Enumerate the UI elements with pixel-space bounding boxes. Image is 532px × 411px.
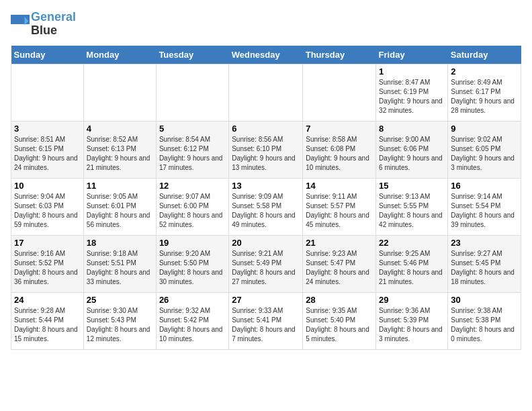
day-info: Sunrise: 8:52 AM Sunset: 6:13 PM Dayligh… <box>87 135 153 173</box>
day-info: Sunrise: 9:21 AM Sunset: 5:49 PM Dayligh… <box>232 249 300 287</box>
day-info: Sunrise: 8:56 AM Sunset: 6:10 PM Dayligh… <box>232 135 300 173</box>
calendar-cell <box>11 64 84 121</box>
day-number: 24 <box>14 295 81 305</box>
day-info: Sunrise: 9:33 AM Sunset: 5:41 PM Dayligh… <box>232 306 300 344</box>
day-number: 3 <box>14 124 81 134</box>
day-number: 23 <box>451 238 518 248</box>
day-info: Sunrise: 8:51 AM Sunset: 6:15 PM Dayligh… <box>14 135 81 173</box>
calendar-cell: 15Sunrise: 9:13 AM Sunset: 5:55 PM Dayli… <box>376 178 448 235</box>
day-info: Sunrise: 9:28 AM Sunset: 5:44 PM Dayligh… <box>14 306 81 344</box>
calendar-cell: 6Sunrise: 8:56 AM Sunset: 6:10 PM Daylig… <box>229 121 303 178</box>
calendar-cell: 28Sunrise: 9:35 AM Sunset: 5:40 PM Dayli… <box>303 292 376 349</box>
day-number: 13 <box>232 181 300 191</box>
calendar-week-row: 17Sunrise: 9:16 AM Sunset: 5:52 PM Dayli… <box>11 235 521 292</box>
day-info: Sunrise: 9:11 AM Sunset: 5:57 PM Dayligh… <box>306 192 373 230</box>
day-number: 5 <box>159 124 226 134</box>
calendar-cell: 29Sunrise: 9:36 AM Sunset: 5:39 PM Dayli… <box>376 292 448 349</box>
day-info: Sunrise: 9:05 AM Sunset: 6:01 PM Dayligh… <box>87 192 153 230</box>
day-number: 18 <box>87 238 153 248</box>
day-number: 19 <box>159 238 226 248</box>
day-info: Sunrise: 9:38 AM Sunset: 5:38 PM Dayligh… <box>451 306 518 344</box>
day-info: Sunrise: 9:30 AM Sunset: 5:43 PM Dayligh… <box>87 306 153 344</box>
day-number: 29 <box>379 295 445 305</box>
calendar-cell: 26Sunrise: 9:32 AM Sunset: 5:42 PM Dayli… <box>156 292 228 349</box>
day-of-week-header: Saturday <box>448 46 521 64</box>
day-number: 8 <box>379 124 445 134</box>
day-number: 20 <box>232 238 300 248</box>
day-number: 7 <box>306 124 373 134</box>
day-number: 21 <box>306 238 373 248</box>
day-info: Sunrise: 8:49 AM Sunset: 6:17 PM Dayligh… <box>451 78 518 116</box>
calendar-cell: 19Sunrise: 9:20 AM Sunset: 5:50 PM Dayli… <box>156 235 228 292</box>
day-info: Sunrise: 9:18 AM Sunset: 5:51 PM Dayligh… <box>87 249 153 287</box>
calendar-cell <box>303 64 376 121</box>
day-number: 1 <box>379 66 445 77</box>
day-info: Sunrise: 8:54 AM Sunset: 6:12 PM Dayligh… <box>159 135 226 173</box>
day-number: 16 <box>451 181 518 191</box>
day-number: 14 <box>306 181 373 191</box>
calendar-table: SundayMondayTuesdayWednesdayThursdayFrid… <box>11 46 521 350</box>
day-of-week-header: Thursday <box>303 46 376 64</box>
day-number: 27 <box>232 295 300 305</box>
calendar-cell <box>83 64 156 121</box>
logo-icon <box>11 15 30 34</box>
calendar-cell: 12Sunrise: 9:07 AM Sunset: 6:00 PM Dayli… <box>156 178 228 235</box>
day-info: Sunrise: 9:35 AM Sunset: 5:40 PM Dayligh… <box>306 306 373 344</box>
calendar-cell: 1Sunrise: 8:47 AM Sunset: 6:19 PM Daylig… <box>376 64 448 121</box>
day-info: Sunrise: 9:02 AM Sunset: 6:05 PM Dayligh… <box>451 135 518 173</box>
day-info: Sunrise: 9:23 AM Sunset: 5:47 PM Dayligh… <box>306 249 373 287</box>
calendar-cell <box>156 64 228 121</box>
calendar-body: 1Sunrise: 8:47 AM Sunset: 6:19 PM Daylig… <box>11 64 521 349</box>
day-number: 4 <box>87 124 153 134</box>
calendar-cell: 27Sunrise: 9:33 AM Sunset: 5:41 PM Dayli… <box>229 292 303 349</box>
day-info: Sunrise: 9:13 AM Sunset: 5:55 PM Dayligh… <box>379 192 445 230</box>
calendar-cell: 16Sunrise: 9:14 AM Sunset: 5:54 PM Dayli… <box>448 178 521 235</box>
calendar-week-row: 10Sunrise: 9:04 AM Sunset: 6:03 PM Dayli… <box>11 178 521 235</box>
calendar-cell: 20Sunrise: 9:21 AM Sunset: 5:49 PM Dayli… <box>229 235 303 292</box>
day-info: Sunrise: 9:00 AM Sunset: 6:06 PM Dayligh… <box>379 135 445 173</box>
day-info: Sunrise: 9:04 AM Sunset: 6:03 PM Dayligh… <box>14 192 81 230</box>
day-number: 12 <box>159 181 226 191</box>
day-number: 6 <box>232 124 300 134</box>
day-info: Sunrise: 8:58 AM Sunset: 6:08 PM Dayligh… <box>306 135 373 173</box>
day-of-week-header: Friday <box>376 46 448 64</box>
day-info: Sunrise: 9:20 AM Sunset: 5:50 PM Dayligh… <box>159 249 226 287</box>
logo: GeneralBlue <box>11 11 76 38</box>
day-number: 11 <box>87 181 153 191</box>
calendar-cell: 7Sunrise: 8:58 AM Sunset: 6:08 PM Daylig… <box>303 121 376 178</box>
svg-rect-1 <box>11 24 30 34</box>
calendar-cell: 8Sunrise: 9:00 AM Sunset: 6:06 PM Daylig… <box>376 121 448 178</box>
day-number: 26 <box>159 295 226 305</box>
calendar-cell: 9Sunrise: 9:02 AM Sunset: 6:05 PM Daylig… <box>448 121 521 178</box>
day-info: Sunrise: 9:36 AM Sunset: 5:39 PM Dayligh… <box>379 306 445 344</box>
calendar-cell: 4Sunrise: 8:52 AM Sunset: 6:13 PM Daylig… <box>83 121 156 178</box>
calendar-cell: 17Sunrise: 9:16 AM Sunset: 5:52 PM Dayli… <box>11 235 84 292</box>
day-number: 30 <box>451 295 518 305</box>
day-number: 25 <box>87 295 153 305</box>
day-of-week-header: Tuesday <box>156 46 228 64</box>
calendar-cell: 3Sunrise: 8:51 AM Sunset: 6:15 PM Daylig… <box>11 121 84 178</box>
calendar-week-row: 24Sunrise: 9:28 AM Sunset: 5:44 PM Dayli… <box>11 292 521 349</box>
day-info: Sunrise: 9:14 AM Sunset: 5:54 PM Dayligh… <box>451 192 518 230</box>
calendar-cell: 13Sunrise: 9:09 AM Sunset: 5:58 PM Dayli… <box>229 178 303 235</box>
day-of-week-header: Wednesday <box>229 46 303 64</box>
calendar-cell: 11Sunrise: 9:05 AM Sunset: 6:01 PM Dayli… <box>83 178 156 235</box>
day-of-week-header: Sunday <box>11 46 84 64</box>
day-number: 22 <box>379 238 445 248</box>
calendar-cell: 22Sunrise: 9:25 AM Sunset: 5:46 PM Dayli… <box>376 235 448 292</box>
calendar-cell: 2Sunrise: 8:49 AM Sunset: 6:17 PM Daylig… <box>448 64 521 121</box>
calendar-cell: 14Sunrise: 9:11 AM Sunset: 5:57 PM Dayli… <box>303 178 376 235</box>
calendar-week-row: 1Sunrise: 8:47 AM Sunset: 6:19 PM Daylig… <box>11 64 521 121</box>
page-header: GeneralBlue <box>11 11 521 38</box>
calendar-cell: 23Sunrise: 9:27 AM Sunset: 5:45 PM Dayli… <box>448 235 521 292</box>
calendar-cell: 24Sunrise: 9:28 AM Sunset: 5:44 PM Dayli… <box>11 292 84 349</box>
calendar-cell: 21Sunrise: 9:23 AM Sunset: 5:47 PM Dayli… <box>303 235 376 292</box>
day-info: Sunrise: 8:47 AM Sunset: 6:19 PM Dayligh… <box>379 78 445 116</box>
day-number: 17 <box>14 238 81 248</box>
calendar-cell <box>229 64 303 121</box>
day-info: Sunrise: 9:16 AM Sunset: 5:52 PM Dayligh… <box>14 249 81 287</box>
day-info: Sunrise: 9:32 AM Sunset: 5:42 PM Dayligh… <box>159 306 226 344</box>
day-info: Sunrise: 9:07 AM Sunset: 6:00 PM Dayligh… <box>159 192 226 230</box>
day-number: 15 <box>379 181 445 191</box>
calendar-header-row: SundayMondayTuesdayWednesdayThursdayFrid… <box>11 46 521 64</box>
